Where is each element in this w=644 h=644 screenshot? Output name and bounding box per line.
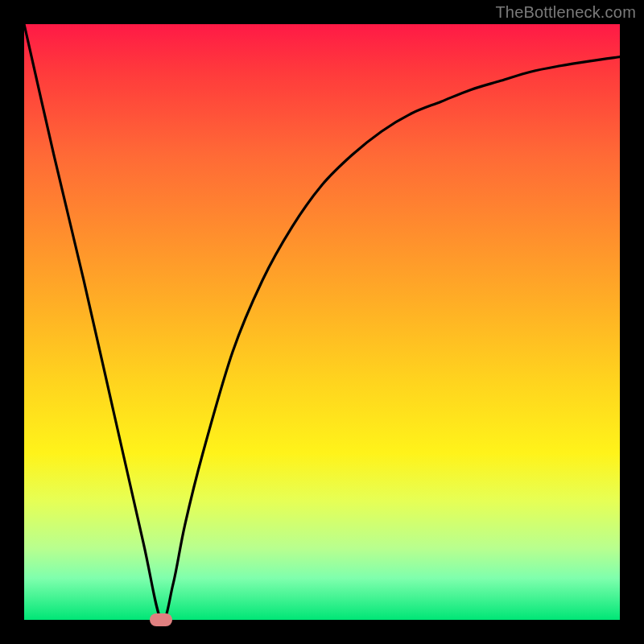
plot-area — [24, 24, 620, 620]
watermark-text: TheBottleneck.com — [495, 3, 636, 22]
bottleneck-curve — [24, 24, 620, 620]
chart-frame: TheBottleneck.com — [0, 0, 644, 644]
optimal-point-marker — [150, 613, 172, 626]
